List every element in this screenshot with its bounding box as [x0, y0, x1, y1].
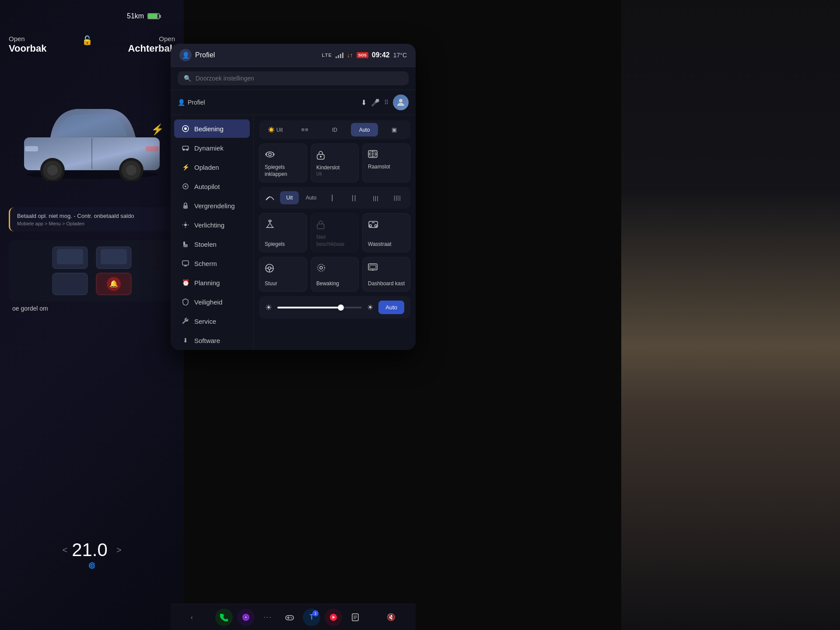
- taskbar-nav: ‹: [191, 614, 193, 621]
- nav-label-veiligheid: Veiligheid: [194, 298, 222, 306]
- nav-item-verlichting[interactable]: Verlichting: [174, 216, 250, 234]
- dashboard-kast-label: Dashboard kast: [368, 280, 405, 287]
- kinderslot-sub: Uit: [316, 172, 322, 176]
- nav-item-stoelen[interactable]: Stoelen: [174, 235, 250, 253]
- grid-icon[interactable]: ⠿: [384, 99, 388, 106]
- mic-icon[interactable]: 🎤: [371, 98, 380, 107]
- temperature-value: 21.0: [72, 539, 108, 560]
- tile-wasstraat[interactable]: Wasstraat: [362, 213, 410, 252]
- spiegels-label: Spiegelsinklappen: [265, 164, 287, 178]
- temp-prev-btn[interactable]: <: [62, 545, 67, 555]
- taskbar-game-btn[interactable]: [281, 609, 298, 626]
- light-btn-mode5[interactable]: ▣: [381, 123, 408, 136]
- tile-stuur[interactable]: Stuur: [259, 257, 307, 292]
- signal-bar-2: [338, 55, 339, 58]
- svg-point-71: [289, 617, 290, 618]
- nav-item-vergrendeling[interactable]: Vergrendeling: [174, 196, 250, 215]
- search-icon: 🔍: [184, 75, 191, 82]
- nav-item-autopilot[interactable]: Autopilot: [174, 177, 250, 196]
- kinderslot-label: Kinderslot: [316, 164, 340, 172]
- tile-kinderslot[interactable]: Kinderslot Uit: [311, 144, 359, 182]
- nav-icon-autopilot: [181, 182, 190, 191]
- light-btn-auto[interactable]: Auto: [351, 123, 378, 136]
- nav-item-veiligheid[interactable]: Veiligheid: [174, 293, 250, 311]
- nav-item-software[interactable]: ⬇ Software: [174, 331, 250, 350]
- nav-item-dynamiek[interactable]: Dynamiek: [174, 139, 250, 157]
- svg-rect-36: [182, 261, 189, 265]
- niet-beschikbaar-label: Nietbeschikbaar: [316, 234, 345, 248]
- signal-bar-1: [336, 56, 337, 58]
- km-display: 51km: [127, 12, 160, 20]
- nav-label-software: Software: [194, 337, 220, 344]
- taskbar-notes-btn[interactable]: [346, 609, 364, 626]
- brightness-max-icon: ☀: [367, 303, 373, 312]
- taskbar-left-arrow[interactable]: ‹: [191, 614, 193, 621]
- tile-spiegels-inklappen[interactable]: Spiegelsinklappen: [259, 144, 307, 182]
- bewaking-label: Bewaking: [316, 280, 339, 287]
- taskbar-music-btn[interactable]: [325, 609, 342, 626]
- light-btn-uit[interactable]: ☀️ Uit: [262, 123, 289, 136]
- auto-brightness-btn[interactable]: Auto: [378, 301, 404, 314]
- svg-point-22: [184, 127, 187, 130]
- wiper-btn-3[interactable]: |||: [366, 191, 385, 205]
- search-wrap[interactable]: 🔍: [178, 71, 409, 85]
- profile-sub-icons: ⬇ 🎤 ⠿: [361, 94, 409, 110]
- profile-label: Profiel: [195, 51, 215, 59]
- nav-icon-planning: ⏰: [181, 278, 190, 287]
- wiper-icon: [262, 193, 277, 203]
- car-notification: Betaald opl. niet mog. - Contr. onbetaal…: [9, 207, 175, 231]
- panel-content: Bediening Dynamiek ⚡ Opladen: [171, 115, 416, 350]
- wiper-btn-4[interactable]: ||||: [388, 191, 407, 204]
- tile-dashboard-kast[interactable]: Dashboard kast: [362, 257, 410, 292]
- brightness-fill: [277, 307, 341, 308]
- tile-bewaking[interactable]: Bewaking: [311, 257, 359, 292]
- tile-spiegels[interactable]: Spiegels: [259, 213, 307, 252]
- sos-badge: SOS: [357, 52, 368, 58]
- wiper-btn-auto[interactable]: Auto: [301, 191, 320, 204]
- svg-point-25: [186, 149, 189, 151]
- taskbar-tesla-t-btn[interactable]: T 1: [303, 609, 320, 626]
- svg-point-53: [268, 267, 271, 270]
- svg-point-27: [185, 186, 186, 187]
- light-uit-label: Uit: [276, 127, 283, 133]
- taskbar-media-btn[interactable]: [237, 609, 255, 626]
- svg-rect-28: [183, 205, 188, 209]
- svg-rect-15: [101, 249, 127, 264]
- light-btn-id[interactable]: ID: [321, 123, 348, 136]
- battery-fill: [148, 14, 157, 18]
- open-voorbak-label: Open Voorbak: [9, 35, 46, 54]
- profile-left: 👤 Profiel: [179, 49, 215, 61]
- brightness-slider[interactable]: [277, 307, 362, 308]
- taskbar-icons: ··· T 1: [215, 609, 364, 626]
- profile-sub-left: 👤 Profiel: [178, 99, 205, 106]
- nav-icon-software: ⬇: [181, 336, 190, 345]
- taskbar-phone-btn[interactable]: [215, 609, 233, 626]
- nav-item-scherm[interactable]: Scherm: [174, 254, 250, 273]
- sun-icon: ☀️: [268, 126, 275, 133]
- tile-raamslot[interactable]: Raamslot: [362, 144, 410, 182]
- search-bar: 🔍: [171, 67, 416, 90]
- wiper-btn-1[interactable]: |: [323, 190, 342, 205]
- svg-point-39: [269, 153, 271, 156]
- id-icon: ID: [332, 127, 337, 133]
- svg-point-20: [399, 99, 402, 102]
- auto-label: Auto: [359, 127, 370, 133]
- temp-next-btn[interactable]: >: [116, 545, 122, 555]
- nav-item-service[interactable]: Service: [174, 312, 250, 330]
- search-input[interactable]: [196, 75, 402, 82]
- light-btn-mode2[interactable]: ≡≡: [291, 123, 318, 136]
- battery-tip: [160, 15, 161, 18]
- nav-label-dynamiek: Dynamiek: [194, 144, 224, 152]
- nav-item-planning[interactable]: ⏰ Planning: [174, 273, 250, 292]
- svg-point-29: [184, 224, 187, 226]
- svg-text:🔔: 🔔: [109, 280, 118, 288]
- download-icon[interactable]: ⬇: [361, 98, 367, 107]
- nav-item-opladen[interactable]: ⚡ Opladen: [174, 158, 250, 176]
- nav-item-bediening[interactable]: Bediening: [174, 119, 250, 138]
- volume-icon[interactable]: 🔇: [387, 613, 396, 621]
- profile-avatar[interactable]: [393, 94, 409, 110]
- wiper-btn-2[interactable]: ||: [345, 191, 364, 205]
- open-achterbak-label: Open Achterbak: [128, 35, 175, 54]
- wiper-btn-uit[interactable]: Uit: [280, 191, 299, 204]
- taskbar-dots-btn[interactable]: ···: [259, 609, 276, 626]
